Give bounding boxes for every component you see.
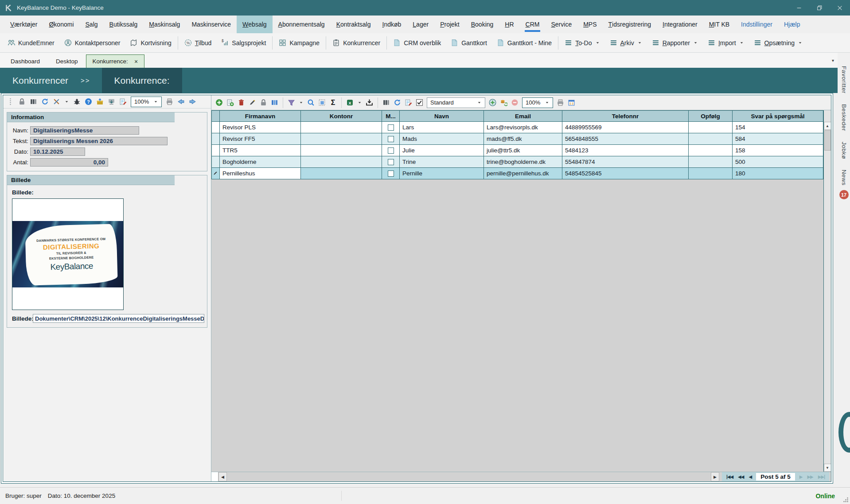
column-header-firmanavn[interactable]: Firmanavn (220, 111, 301, 122)
scroll-up-button[interactable]: ▲ (824, 122, 831, 130)
rail-item-favoritter[interactable]: Favoritter (841, 66, 847, 93)
menu-indstillinger[interactable]: Indstillinger (735, 16, 778, 33)
toolbar-button-ganttkort[interactable]: Ganttkort (446, 35, 492, 50)
menu-websalg[interactable]: Websalg (237, 16, 272, 33)
arrow-right-icon[interactable] (189, 98, 196, 105)
nav-prev-button[interactable]: ◀ (746, 474, 754, 479)
row-selector[interactable] (212, 133, 220, 145)
install-icon[interactable] (108, 98, 115, 105)
menu-integrationer[interactable]: Integrationer (657, 16, 703, 33)
row-checkbox[interactable] (388, 171, 394, 177)
trash-icon[interactable] (238, 99, 245, 106)
hscroll-right-button[interactable]: ▶ (711, 472, 719, 481)
record-zoom-select[interactable]: 100% (131, 97, 162, 107)
sigma-icon[interactable]: Σ (329, 99, 337, 106)
menu-maskinsalg[interactable]: Maskinsalg (143, 16, 186, 33)
import-icon[interactable] (366, 99, 373, 106)
column-header-selector[interactable] (212, 111, 220, 122)
cell-svar[interactable]: 158 (733, 145, 823, 156)
toolbar-button-salgsprojekt[interactable]: $Salgsprojekt (216, 35, 271, 50)
rail-item-beskeder[interactable]: Beskeder (841, 104, 847, 131)
menu-butikssalg[interactable]: Butikssalg (104, 16, 144, 33)
calendar-icon[interactable] (568, 99, 575, 106)
cell-email[interactable]: julie@ttr5.dk (484, 145, 562, 156)
cell-firmanavn[interactable]: Revisor PLS (220, 122, 301, 133)
field-dato[interactable]: 10.12.2025 (30, 147, 85, 156)
cell-svar[interactable]: 180 (733, 168, 823, 179)
toolbar-button-tilbud[interactable]: %Tilbud (179, 35, 217, 50)
toolbar-button-to-do[interactable]: To-Do (560, 35, 604, 50)
field-tekst[interactable]: Digitaliserings Messen 2026 (30, 137, 168, 145)
cell-navn[interactable]: Pernille (400, 168, 484, 179)
nav-first-button[interactable]: |◀◀ (724, 474, 735, 479)
table-row[interactable]: Revisor FF5Madsmads@ff5.dk5654848555584 (212, 133, 823, 145)
columns-dark-icon[interactable] (30, 98, 37, 105)
cell-navn[interactable]: Trine (400, 156, 484, 168)
row-checkbox[interactable] (388, 136, 394, 142)
cell-opfoelg[interactable] (689, 145, 733, 156)
cell-kontonr[interactable] (301, 133, 382, 145)
close-button[interactable] (830, 0, 850, 16)
cell-firmanavn[interactable]: Bogholderne (220, 156, 301, 168)
tab-dashboard[interactable]: Dashboard (3, 55, 48, 68)
toolbar-button-import[interactable]: Import (703, 35, 749, 50)
cell-kontonr[interactable] (301, 122, 382, 133)
row-selector[interactable] (212, 168, 220, 179)
doc-add-icon[interactable] (226, 99, 234, 106)
cell-navn[interactable]: Julie (400, 145, 484, 156)
resize-grip[interactable] (843, 497, 849, 503)
printer-icon[interactable] (557, 99, 564, 106)
table-row[interactable]: Revisor PLSLarsLars@revisorpls.dk4488995… (212, 122, 823, 133)
toolbar-button-konkurrencer[interactable]: Konkurrencer (328, 35, 385, 50)
menu-tidsregistrering[interactable]: Tidsregistrering (603, 16, 657, 33)
field-antal[interactable]: 0,00 (30, 158, 108, 167)
cell-navn[interactable]: Mads (400, 133, 484, 145)
cell-opfoelg[interactable] (689, 156, 733, 168)
grip-icon[interactable] (7, 98, 14, 105)
menu-konomi[interactable]: Økonomi (43, 16, 79, 33)
nav-prev-page-button[interactable]: ◀◀ (736, 474, 746, 479)
cell-opfoelg[interactable] (689, 122, 733, 133)
toolbar-button-rapporter[interactable]: Rapporter (647, 35, 703, 50)
filter-icon[interactable] (288, 99, 295, 106)
edit-list-icon[interactable] (119, 98, 127, 105)
cell-opfoelg[interactable] (689, 168, 733, 179)
lock-icon[interactable] (260, 99, 267, 106)
excel-icon[interactable]: X (346, 99, 354, 106)
hscroll-left-button[interactable]: ◀ (218, 472, 227, 481)
toolbar-button-kontaktpersoner[interactable]: Kontaktpersoner (59, 35, 125, 50)
row-selector[interactable] (212, 156, 220, 168)
column-header-email[interactable]: Email (484, 111, 562, 122)
tools-icon[interactable] (53, 98, 60, 105)
table-row[interactable]: PernilleshusPernillepernille@pernillehus… (212, 168, 823, 179)
arrow-left-icon[interactable] (177, 98, 185, 105)
cell-firmanavn[interactable]: Revisor FF5 (220, 133, 301, 145)
columns-blue-icon[interactable] (271, 99, 278, 106)
cell-telefonnr[interactable]: 5484123 (562, 145, 689, 156)
cell-email[interactable]: mads@ff5.dk (484, 133, 562, 145)
menu-hr[interactable]: HR (499, 16, 519, 33)
column-header-m[interactable]: M... (382, 111, 400, 122)
menu-salg[interactable]: Salg (80, 16, 104, 33)
minimize-button[interactable] (789, 0, 809, 16)
breadcrumb-parent[interactable]: Konkurrencer (0, 68, 81, 93)
nav-next-page-button[interactable]: ▶▶ (805, 474, 815, 479)
edit-list-icon[interactable] (405, 99, 412, 106)
cell-email[interactable]: pernille@pernillehus.dk (484, 168, 562, 179)
scroll-down-button[interactable]: ▼ (824, 464, 831, 472)
cell-telefonnr[interactable]: 5654848555 (562, 133, 689, 145)
package-icon[interactable] (96, 98, 104, 105)
cell-firmanavn[interactable]: Pernilleshus (220, 168, 301, 179)
nav-next-button[interactable]: ▶ (797, 474, 805, 479)
menu-mps[interactable]: MPS (577, 16, 602, 33)
toolbar-button-ganttkort-mine[interactable]: Ganttkort - Mine (492, 35, 557, 50)
checkbox-checked-icon[interactable] (416, 99, 423, 106)
menu-crm[interactable]: CRM (520, 16, 546, 33)
refresh-icon[interactable] (394, 99, 401, 106)
row-checkbox[interactable] (388, 159, 394, 165)
table-row[interactable]: TTR5Juliejulie@ttr5.dk5484123158 (212, 145, 823, 156)
search-icon[interactable] (307, 99, 315, 106)
toolbar-button-kortvisning[interactable]: Kortvisning (125, 35, 176, 50)
coins-icon[interactable] (500, 99, 507, 106)
help-icon[interactable]: ? (85, 98, 92, 105)
